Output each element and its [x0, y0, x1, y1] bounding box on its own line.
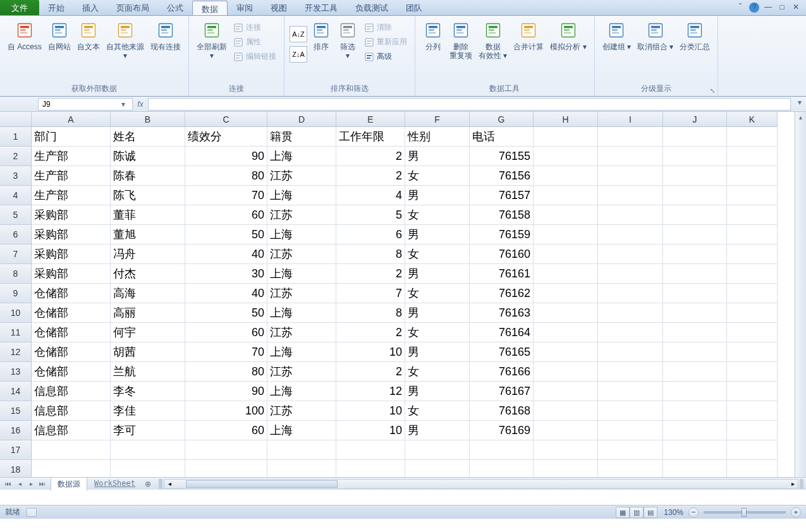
cell-E17[interactable]: [336, 440, 405, 460]
cell-E11[interactable]: 2: [336, 323, 405, 342]
cell-G15[interactable]: 76168: [470, 401, 534, 421]
window-minimize-icon[interactable]: —: [763, 3, 773, 13]
cell-I3[interactable]: [598, 166, 663, 186]
row-header-12[interactable]: 12: [0, 342, 32, 362]
row-header-8[interactable]: 8: [0, 264, 32, 284]
cell-G13[interactable]: 76166: [470, 362, 534, 382]
cell-J11[interactable]: [663, 323, 727, 342]
name-box-dropdown-icon[interactable]: ▾: [118, 100, 128, 109]
cell-E8[interactable]: 2: [336, 264, 405, 284]
cell-J14[interactable]: [663, 382, 727, 401]
cell-J13[interactable]: [663, 362, 727, 382]
cell-K18[interactable]: [727, 460, 778, 477]
cell-D1[interactable]: 籍贯: [267, 127, 336, 147]
cell-A15[interactable]: 信息部: [32, 401, 111, 421]
cell-I11[interactable]: [598, 323, 663, 342]
ribbon-分类汇总[interactable]: 分类汇总: [677, 18, 712, 53]
cell-I10[interactable]: [598, 303, 663, 323]
sheet-nav-first-icon[interactable]: ⏮: [3, 479, 14, 489]
cell-J5[interactable]: [663, 205, 727, 225]
cell-C10[interactable]: 50: [185, 303, 267, 323]
row-header-18[interactable]: 18: [0, 460, 32, 477]
cell-I14[interactable]: [598, 382, 663, 401]
cell-K12[interactable]: [727, 342, 778, 362]
cell-F17[interactable]: [405, 440, 470, 460]
row-header-16[interactable]: 16: [0, 421, 32, 440]
cell-E10[interactable]: 8: [336, 303, 405, 323]
cell-J1[interactable]: [663, 127, 727, 147]
cell-K14[interactable]: [727, 382, 778, 401]
cell-K4[interactable]: [727, 186, 778, 205]
cell-F4[interactable]: 男: [405, 186, 470, 205]
tab-插入[interactable]: 插入: [73, 0, 107, 15]
cell-H15[interactable]: [534, 401, 598, 421]
ribbon-合并计算[interactable]: 合并计算: [511, 18, 546, 53]
cell-F15[interactable]: 女: [405, 401, 470, 421]
cell-A6[interactable]: 采购部: [32, 225, 111, 245]
formula-input[interactable]: [148, 98, 791, 111]
row-header-13[interactable]: 13: [0, 362, 32, 382]
cell-H13[interactable]: [534, 362, 598, 382]
sort-desc-button[interactable]: Z↓A: [290, 46, 307, 63]
col-header-A[interactable]: A: [32, 112, 111, 127]
cell-B1[interactable]: 姓名: [111, 127, 185, 147]
cell-G10[interactable]: 76163: [470, 303, 534, 323]
cell-I9[interactable]: [598, 284, 663, 303]
tab-split-handle[interactable]: [159, 479, 162, 489]
cell-B15[interactable]: 李佳: [111, 401, 185, 421]
tab-视图[interactable]: 视图: [262, 0, 296, 15]
row-header-2[interactable]: 2: [0, 147, 32, 166]
cell-E16[interactable]: 10: [336, 421, 405, 440]
cell-C6[interactable]: 50: [185, 225, 267, 245]
row-header-6[interactable]: 6: [0, 225, 32, 245]
cell-H4[interactable]: [534, 186, 598, 205]
tab-开发工具[interactable]: 开发工具: [296, 0, 346, 15]
cell-C16[interactable]: 60: [185, 421, 267, 440]
ribbon-全部刷新[interactable]: 全部刷新▾: [194, 18, 229, 62]
cell-I4[interactable]: [598, 186, 663, 205]
scroll-left-icon[interactable]: ◂: [164, 480, 174, 487]
cell-D18[interactable]: [267, 460, 336, 477]
cell-I5[interactable]: [598, 205, 663, 225]
tab-负载测试[interactable]: 负载测试: [346, 0, 397, 15]
ribbon-自文本[interactable]: 自文本: [75, 18, 102, 53]
cell-F8[interactable]: 男: [405, 264, 470, 284]
macro-record-icon[interactable]: [27, 508, 37, 517]
cell-I18[interactable]: [598, 460, 663, 477]
cell-D3[interactable]: 江苏: [267, 166, 336, 186]
cell-D2[interactable]: 上海: [267, 147, 336, 166]
cell-B14[interactable]: 李冬: [111, 382, 185, 401]
row-header-17[interactable]: 17: [0, 440, 32, 460]
cell-E15[interactable]: 10: [336, 401, 405, 421]
cell-G6[interactable]: 76159: [470, 225, 534, 245]
cell-A10[interactable]: 仓储部: [32, 303, 111, 323]
dialog-launcher-icon[interactable]: ⤡: [709, 87, 716, 95]
cell-K17[interactable]: [727, 440, 778, 460]
cell-A9[interactable]: 仓储部: [32, 284, 111, 303]
cell-I12[interactable]: [598, 342, 663, 362]
cell-E13[interactable]: 2: [336, 362, 405, 382]
cell-E4[interactable]: 4: [336, 186, 405, 205]
cell-H6[interactable]: [534, 225, 598, 245]
cell-A12[interactable]: 仓储部: [32, 342, 111, 362]
tab-页面布局[interactable]: 页面布局: [107, 0, 158, 15]
row-header-1[interactable]: 1: [0, 127, 32, 147]
cell-J4[interactable]: [663, 186, 727, 205]
cell-C18[interactable]: [185, 460, 267, 477]
cell-F2[interactable]: 男: [405, 147, 470, 166]
col-header-E[interactable]: E: [336, 112, 405, 127]
cell-E7[interactable]: 8: [336, 245, 405, 264]
cell-D14[interactable]: 上海: [267, 382, 336, 401]
hscroll-thumb[interactable]: [186, 480, 338, 488]
cell-D5[interactable]: 江苏: [267, 205, 336, 225]
row-header-15[interactable]: 15: [0, 401, 32, 421]
cell-H12[interactable]: [534, 342, 598, 362]
cell-B10[interactable]: 高丽: [111, 303, 185, 323]
cell-B13[interactable]: 兰航: [111, 362, 185, 382]
col-header-G[interactable]: G: [470, 112, 534, 127]
cell-A11[interactable]: 仓储部: [32, 323, 111, 342]
window-restore-icon[interactable]: □: [777, 3, 787, 13]
cell-G8[interactable]: 76161: [470, 264, 534, 284]
cell-F18[interactable]: [405, 460, 470, 477]
cell-G16[interactable]: 76169: [470, 421, 534, 440]
